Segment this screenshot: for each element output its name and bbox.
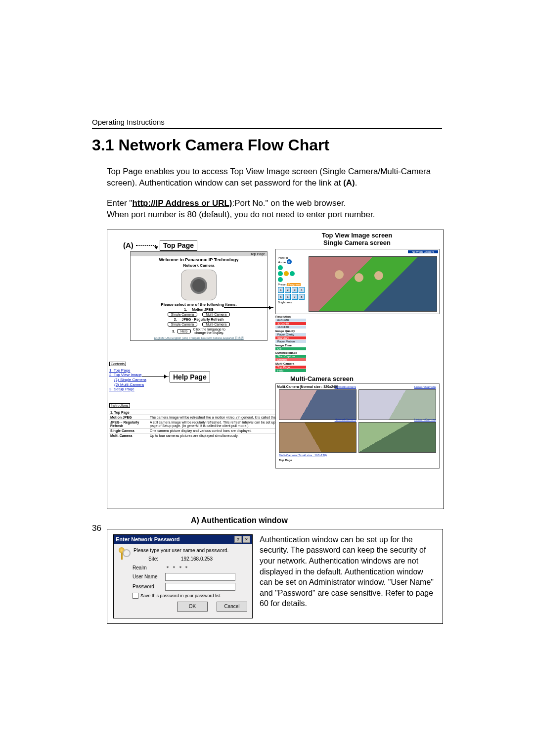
mc-top[interactable]: Top Page xyxy=(275,366,306,369)
link-top-page[interactable]: 1. Top Page xyxy=(109,368,131,373)
pill-multi-2[interactable]: Multi-Camera xyxy=(202,322,230,327)
program-badge[interactable]: Program xyxy=(287,283,301,286)
help-page-box: Help Page xyxy=(170,372,210,382)
right-column: Top View Image screen Single Camera scre… xyxy=(275,232,439,469)
top-page-bar: Top Page xyxy=(131,252,267,256)
iq-motion[interactable]: Favor Motion xyxy=(275,340,306,343)
pass-label: Password xyxy=(133,583,165,590)
link-multi[interactable]: (2) Multi-Camera xyxy=(114,382,144,387)
link-setup[interactable]: 3. Setup Page xyxy=(109,387,134,391)
intro2b: :Port No." on the web browser. xyxy=(232,198,346,208)
netcam-bar: Network Camera xyxy=(408,250,438,253)
cancel-button[interactable]: Cancel xyxy=(217,602,247,612)
auth-dialog: Enter Network Password ? × Please type y… xyxy=(113,534,253,618)
preset-2[interactable]: 2 xyxy=(285,287,291,293)
keys-icon xyxy=(119,547,130,561)
label-a: (A) xyxy=(123,241,134,249)
home-icon[interactable]: ⌂ xyxy=(287,259,292,264)
language-links[interactable]: English (US) English (UK) Français Deuts… xyxy=(131,336,267,340)
buf-label: Buffered Image xyxy=(275,351,306,354)
link-top-view[interactable]: 2. Top View Image xyxy=(109,373,142,377)
page-title: 3.1 Network Camera Flow Chart xyxy=(92,136,442,154)
buf-manual[interactable]: Manual xyxy=(275,358,306,361)
preset-5[interactable]: 5 xyxy=(278,294,284,300)
top-page-box: Top Page xyxy=(160,240,197,251)
mc-help[interactable]: Help xyxy=(275,369,306,372)
intro2-line2: When port number is 80 (default), you do… xyxy=(107,210,375,219)
pan-up-icon[interactable] xyxy=(278,265,283,270)
pan-right-icon[interactable] xyxy=(290,271,295,276)
intro1-end: . xyxy=(355,178,357,188)
t2: Single Camera screen xyxy=(323,239,391,246)
pill-single-2[interactable]: Single Camera xyxy=(168,322,197,327)
preset-7[interactable]: 7 xyxy=(292,294,298,300)
cap2[interactable]: NetworkCamera xyxy=(414,385,436,388)
mc-foot2[interactable]: Top Page xyxy=(276,458,439,463)
cap3[interactable]: NetworkCamera xyxy=(335,418,356,421)
mc-foot1[interactable]: Multi-Camera (Small size : 160x120) xyxy=(276,453,439,458)
nc-label: Network Camera xyxy=(131,263,267,270)
save-checkbox[interactable] xyxy=(133,593,138,599)
ok-button[interactable]: OK xyxy=(177,602,208,612)
home-label: Home xyxy=(278,260,286,263)
lang-note-1: Click the language to xyxy=(193,328,225,331)
cap1[interactable]: NetworkCamera xyxy=(335,385,356,388)
save-label: Save this password in your password list xyxy=(140,593,221,599)
mc-cell-4: NetworkCamera xyxy=(358,422,436,453)
link-single[interactable]: (1) Single Camera xyxy=(114,378,146,382)
auth-block: Enter Network Password ? × Please type y… xyxy=(107,529,443,624)
pan-down-icon[interactable] xyxy=(278,277,283,282)
preset-label: Preset xyxy=(278,283,286,286)
intro-paragraph-1: Top Page enables you to access Top View … xyxy=(107,166,442,189)
close-icon[interactable]: × xyxy=(243,536,250,543)
intro2a: Enter " xyxy=(107,198,132,208)
header-rule xyxy=(92,128,442,129)
mc-label: Multi-Camera xyxy=(275,362,306,365)
res-320[interactable]: 320x240 xyxy=(275,322,306,325)
pan-center-icon[interactable] xyxy=(284,271,289,276)
auth-paragraph: Authentication window can be set up for … xyxy=(260,534,437,618)
single-camera-panel: Network Camera Pan/Tilt Home ⌂ Preset Pr… xyxy=(275,249,440,314)
res-160[interactable]: 160x120 xyxy=(275,326,306,329)
user-input[interactable] xyxy=(165,573,235,581)
preset-3[interactable]: 3 xyxy=(292,287,298,293)
iq-standard[interactable]: Standard xyxy=(275,336,306,339)
pill-help[interactable]: Help xyxy=(177,329,191,333)
pill-single-1[interactable]: Single Camera xyxy=(168,312,197,317)
preset-8[interactable]: 8 xyxy=(299,294,305,300)
running-head: Operating Instructions xyxy=(92,118,442,126)
iq-clarity[interactable]: Favor Clarity xyxy=(275,333,306,336)
imgtime-off[interactable]: Off xyxy=(275,347,306,350)
pass-input[interactable] xyxy=(165,583,235,591)
brightness-label: Brightness xyxy=(278,301,305,304)
cap4[interactable]: NetworkCamera xyxy=(414,418,436,421)
page-number: 36 xyxy=(92,523,101,533)
intro2-bold: http://IP Address or URL) xyxy=(132,198,232,208)
pan-left-icon[interactable] xyxy=(278,271,283,276)
iq-label: Image Quality xyxy=(275,330,306,332)
pill-multi-1[interactable]: Multi-Camera xyxy=(202,312,230,317)
preset-6[interactable]: 6 xyxy=(285,294,291,300)
instruction-term: 1. Top Page xyxy=(109,410,149,415)
help-icon[interactable]: ? xyxy=(234,536,242,543)
site-label: Site: xyxy=(148,556,181,563)
auth-heading: A) Authentication window xyxy=(191,516,442,525)
preset-1[interactable]: 1 xyxy=(278,287,284,293)
lang-note-2: change the display. xyxy=(194,331,224,334)
instruction-term: Multi-Camera xyxy=(109,433,149,438)
arrow-to-single xyxy=(224,307,273,308)
arrow-to-help xyxy=(142,376,169,377)
n3: 3. xyxy=(172,330,175,333)
n1-lbl: Motion JPEG xyxy=(192,308,214,311)
n2: 2. xyxy=(174,318,177,321)
user-label: User Name xyxy=(133,573,165,580)
mc-cell-1: NetworkCamera xyxy=(279,389,356,420)
res-640[interactable]: 640x480 xyxy=(275,319,306,322)
site-value: 192.168.0.253 xyxy=(181,556,249,563)
realm-label: Realm xyxy=(133,565,165,571)
n1: 1. xyxy=(184,308,187,311)
preset-4[interactable]: 4 xyxy=(299,287,305,293)
pick-line: Please select one of the following items… xyxy=(131,302,267,307)
buf-start[interactable]: Start Capture xyxy=(275,355,306,358)
control-strip: Pan/Tilt Home ⌂ Preset Program 1 2 3 xyxy=(278,256,305,304)
